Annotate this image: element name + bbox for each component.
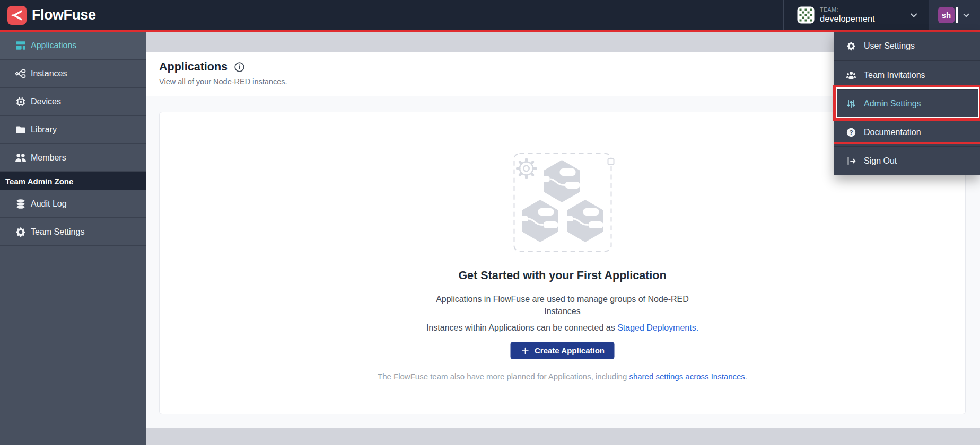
create-application-label: Create Application: [535, 346, 605, 355]
sidebar-item-members[interactable]: Members: [0, 144, 146, 172]
note-period: .: [745, 372, 747, 381]
user-group-icon: [846, 70, 856, 81]
empty-state-note: The FlowFuse team also have more planned…: [160, 372, 965, 381]
flowfuse-app: FlowFuse TEAM: developement: [0, 0, 980, 445]
shared-settings-link[interactable]: shared settings across Instances: [629, 372, 745, 381]
audit-log-database-icon: [15, 198, 27, 210]
menu-item-user-settings[interactable]: User Settings: [834, 32, 980, 60]
chevron-down-icon: [908, 10, 919, 21]
sidebar-item-label: Applications: [31, 41, 76, 50]
sidebar-item-applications[interactable]: Applications: [0, 32, 146, 60]
plus-icon: [520, 346, 530, 355]
flowfuse-logo-icon: [7, 6, 27, 25]
gear-icon: [846, 41, 856, 51]
cube-outline-icon: [608, 158, 614, 165]
staged-deployments-link[interactable]: Staged Deployments.: [617, 323, 698, 332]
user-avatar: sh: [938, 7, 955, 23]
red-annotation-underline: [0, 30, 980, 32]
user-menu-button[interactable]: sh: [929, 0, 980, 30]
team-name: developement: [820, 14, 875, 23]
connect-text: Instances within Applications can be con…: [426, 323, 617, 332]
user-dropdown-menu: User Settings Team Invitations Admin Set…: [834, 32, 980, 175]
empty-state-description: Applications in FlowFuse are used to man…: [435, 293, 690, 317]
menu-item-team-invitations[interactable]: Team Invitations: [834, 60, 980, 89]
chevron-down-icon: [961, 11, 971, 20]
sign-out-icon: [846, 156, 856, 166]
sidebar-item-instances[interactable]: Instances: [0, 60, 146, 88]
team-selector-button[interactable]: TEAM: developement: [783, 0, 929, 30]
menu-item-label: User Settings: [864, 41, 915, 51]
empty-state-connect-line: Instances within Applications can be con…: [160, 323, 965, 333]
sidebar-item-label: Audit Log: [31, 199, 67, 209]
team-admin-zone-label: Team Admin Zone: [0, 172, 146, 190]
adjustments-icon: [846, 99, 856, 109]
applications-illustration: [510, 149, 615, 255]
members-users-icon: [15, 152, 27, 164]
devices-chip-icon: [15, 96, 27, 108]
gear-outline-icon: [517, 159, 536, 178]
brand-wordmark: FlowFuse: [32, 7, 96, 23]
content-bottom-band: [146, 428, 980, 445]
sidebar-item-label: Members: [31, 153, 66, 163]
flowfuse-home-link[interactable]: FlowFuse: [0, 6, 96, 25]
note-text: The FlowFuse team also have more planned…: [378, 372, 629, 381]
empty-state-title: Get Started with your First Application: [160, 269, 965, 282]
menu-item-sign-out[interactable]: Sign Out: [834, 146, 980, 175]
menu-item-documentation[interactable]: ? Documentation: [834, 118, 980, 146]
sidebar-item-devices[interactable]: Devices: [0, 88, 146, 116]
sidebar-item-label: Library: [31, 125, 57, 135]
menu-item-label: Admin Settings: [864, 99, 921, 109]
question-circle-icon: ?: [846, 127, 856, 138]
team-label: TEAM:: [820, 7, 875, 13]
create-application-button[interactable]: Create Application: [510, 342, 615, 359]
menu-item-admin-settings[interactable]: Admin Settings: [834, 89, 980, 118]
page-title: Applications: [159, 60, 228, 74]
sidebar-item-team-settings[interactable]: Team Settings: [0, 218, 146, 246]
sidebar-item-label: Team Settings: [31, 227, 84, 237]
top-navbar: FlowFuse TEAM: developement: [0, 0, 980, 30]
text-cursor: [956, 7, 958, 23]
sidebar-nav: Applications Instances Devices: [0, 32, 146, 445]
library-folder-icon: [15, 124, 27, 136]
menu-item-label: Sign Out: [864, 156, 897, 166]
applications-icon: [15, 40, 27, 51]
gear-icon: [15, 226, 27, 238]
instances-icon: [15, 68, 27, 79]
svg-text:?: ?: [849, 129, 853, 135]
sidebar-item-audit-log[interactable]: Audit Log: [0, 190, 146, 218]
sidebar-item-library[interactable]: Library: [0, 116, 146, 144]
sidebar-item-label: Instances: [31, 69, 67, 78]
sidebar-item-label: Devices: [31, 97, 61, 106]
menu-item-label: Team Invitations: [864, 70, 925, 80]
hexagon-flow-glyphs: [521, 162, 603, 241]
team-avatar: [797, 6, 815, 24]
menu-item-label: Documentation: [864, 128, 921, 137]
info-icon[interactable]: [234, 61, 245, 73]
